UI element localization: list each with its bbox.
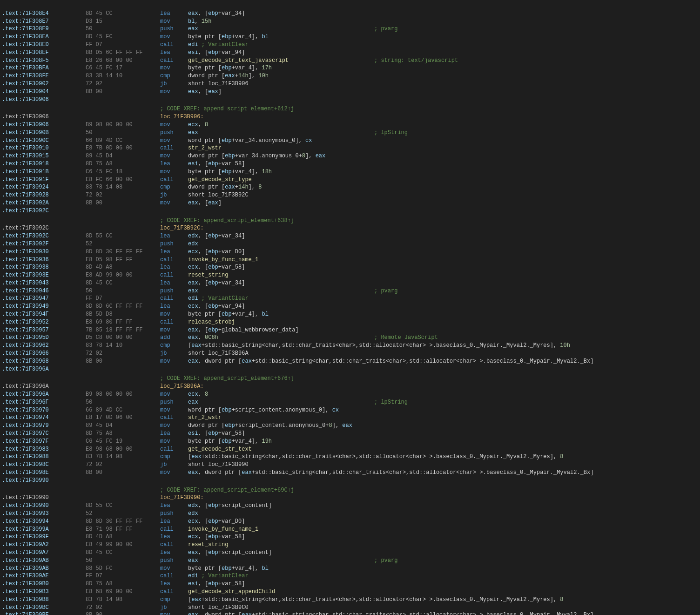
disasm-line: .text:71F3091FE8 FC 66 00 00callget_deco… [0, 176, 700, 184]
bytes: 8D 8D 30 FF FF FF [86, 518, 160, 526]
address: .text:71F30990 [2, 494, 86, 502]
operands: edi ; VariantClear [188, 41, 374, 49]
xref-text: ; CODE XREF: append_script_element+69C↑j [160, 487, 294, 494]
operands: get_decode_str_type [188, 176, 374, 184]
address: .text:71F3098E [2, 469, 86, 477]
disasm-line: .text:71F309948D 8D 30 FF FF FFleaecx, [… [0, 518, 700, 526]
disasm-line: .text:71F3099352pushedx [0, 510, 700, 518]
operands: ecx, 8 [188, 391, 374, 399]
operands: ecx, [ebp+var_D0] [188, 248, 374, 256]
operands: edx, [ebp+var_34] [188, 232, 374, 240]
address: .text:71F308E9 [2, 25, 86, 33]
operands: eax, [eax] [188, 199, 374, 207]
mnemonic: mov [160, 199, 188, 207]
address: .text:71F30906 [2, 113, 86, 121]
address: .text:71F309AB [2, 565, 86, 573]
bytes: E8 98 68 00 00 [86, 446, 160, 453]
location-label-line: .text:71F3092Cloc_71F3B92C: [0, 224, 700, 232]
operands: eax [188, 399, 374, 406]
bytes: 83 78 14 08 [86, 596, 160, 604]
address: .text:71F30924 [2, 183, 86, 191]
mnemonic: call [160, 318, 188, 326]
bytes: 8D 8D 6C FF FF FF [86, 303, 160, 311]
mnemonic: lea [160, 248, 188, 256]
bytes: 52 [86, 240, 160, 248]
address: .text:71F30915 [2, 152, 86, 160]
operands: invoke_by_func_name_1 [188, 526, 374, 534]
address: .text:71F30904 [2, 88, 86, 96]
bytes: 89 45 D4 [86, 152, 160, 160]
location-definition: loc_71F3B92C: [160, 224, 204, 232]
disasm-line: .text:71F3092483 78 14 08cmpdword ptr [e… [0, 183, 700, 191]
address: .text:71F3096F [2, 399, 86, 406]
mnemonic: mov [160, 88, 188, 96]
disasm-line: .text:71F30947FF D7calledi ; VariantClea… [0, 295, 700, 303]
bytes: 72 02 [86, 604, 160, 612]
disasm-line: .text:71F30974E8 17 0D 06 00callstr_2_ws… [0, 414, 700, 422]
operands: dword ptr [ebp+script_content.anonymous_… [188, 422, 374, 430]
operands: eax, dword ptr [eax+std::basic_string<ch… [188, 358, 593, 365]
mnemonic: call [160, 588, 188, 596]
address: .text:71F3096A [2, 365, 86, 373]
bytes: E8 49 99 00 00 [86, 541, 160, 549]
address: .text:71F30949 [2, 303, 86, 311]
disasm-line: .text:71F309B08D 75 A8leaesi, [ebp+var_5… [0, 580, 700, 588]
bytes: 83 78 14 10 [86, 342, 160, 350]
operands: word ptr [ebp+script_content.anonymous_0… [188, 406, 374, 414]
address: .text:71F30947 [2, 295, 86, 303]
mnemonic: call [160, 176, 188, 184]
operands: short loc_71F3B9C0 [188, 604, 374, 612]
operands: get_decode_str_text_javascript [188, 57, 374, 65]
operands: reset_string [188, 271, 374, 279]
operands: short loc_71F3B96A [188, 350, 374, 358]
mnemonic: push [160, 510, 188, 518]
bytes: C6 45 FC 17 [86, 64, 160, 72]
disasm-line: .text:71F309438D 45 CCleaeax, [ebp+var_3… [0, 279, 700, 287]
disasm-line: .text:71F3099AE8 71 98 FF FFcallinvoke_b… [0, 526, 700, 534]
operands: str_2_wstr [188, 144, 374, 152]
operands: eax [188, 25, 374, 33]
disasm-line: .text:71F30990 [0, 477, 700, 485]
address: .text:71F309AE [2, 572, 86, 580]
disasm-line: .text:71F308EF8B D5 6C FF FF FFleaesi, [… [0, 49, 700, 57]
mnemonic: lea [160, 430, 188, 438]
disasm-line: .text:71F308EDFF D7calledi ; VariantClea… [0, 41, 700, 49]
disasm-line: .text:71F3098E8B 00moveax, dword ptr [ea… [0, 469, 700, 477]
operands: dword ptr [ebp+var_34.anonymous_0+8], ea… [188, 152, 374, 160]
mnemonic: jb [160, 350, 188, 358]
comment: ; string: text/javascript [374, 57, 458, 65]
xref-indent [2, 105, 160, 113]
bytes: 72 02 [86, 191, 160, 199]
bytes: 72 02 [86, 80, 160, 88]
disasm-line: .text:71F309B883 78 14 08cmp[eax+std::ba… [0, 596, 700, 604]
disasm-line: .text:71F309308D 8D 30 FF FF FFleaecx, [… [0, 248, 700, 256]
bytes: 8D 45 CC [86, 549, 160, 557]
mnemonic: mov [160, 406, 188, 414]
bytes: E8 69 80 FF FF [86, 318, 160, 326]
disasm-line: .text:71F3092C [0, 207, 700, 215]
mnemonic: lea [160, 303, 188, 311]
mnemonic: call [160, 541, 188, 549]
disasm-line: .text:71F309AB50pusheax; pvarg [0, 557, 700, 565]
address: .text:71F3096A [2, 383, 86, 391]
mnemonic: cmp [160, 453, 188, 461]
bytes: 8B 00 [86, 199, 160, 207]
mnemonic: lea [160, 160, 188, 168]
mnemonic: call [160, 446, 188, 453]
address: .text:71F30928 [2, 191, 86, 199]
operands: eax [188, 557, 374, 565]
operands: eax, dword ptr [eax+std::basic_string<ch… [188, 611, 593, 615]
address: .text:71F30938 [2, 264, 86, 271]
mnemonic: mov [160, 391, 188, 399]
mnemonic: push [160, 399, 188, 406]
bytes: C6 45 FC 19 [86, 438, 160, 446]
disasm-line: .text:71F309B3E8 68 69 00 00callget_deco… [0, 588, 700, 596]
mnemonic: mov [160, 611, 188, 615]
operands: edi ; VariantClear [188, 295, 374, 303]
xref-indent [2, 217, 160, 225]
operands: byte ptr [ebp+var_4], 17h [188, 64, 374, 72]
location-label-line: .text:71F30906loc_71F3B906: [0, 113, 700, 121]
disasm-line: .text:71F3092C8D 55 CCleaedx, [ebp+var_3… [0, 232, 700, 240]
address: .text:71F3091F [2, 176, 86, 184]
bytes: 89 45 D4 [86, 422, 160, 430]
